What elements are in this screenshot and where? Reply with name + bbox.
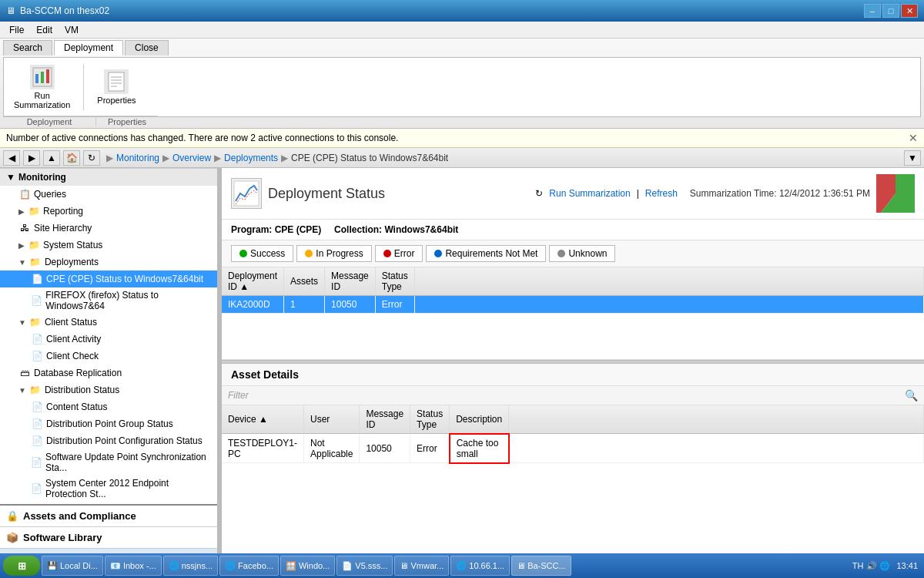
v5-icon: 📄 <box>342 561 353 571</box>
taskbar-right: TH 🔊 🌐 13:41 <box>852 561 921 571</box>
success-dot <box>239 250 247 257</box>
taskbar-ba-sccm[interactable]: 🖥 Ba-SCC... <box>511 556 571 576</box>
sidebar-item-reporting[interactable]: ▶ 📁 Reporting <box>0 203 217 220</box>
actions-separator: | <box>637 188 639 199</box>
sidebar-item-dp-config[interactable]: 📄 Distribution Point Configuration Statu… <box>0 432 217 449</box>
menu-file[interactable]: File <box>3 23 30 37</box>
run-summarization-button[interactable]: Run Summarization <box>7 61 77 113</box>
asset-table: Device ▲ User Message ID Status Type Des… <box>222 405 924 464</box>
sidebar-monitoring-header[interactable]: ▼ Monitoring <box>0 168 217 186</box>
breadcrumb-monitoring[interactable]: Monitoring <box>116 153 159 163</box>
col-assets[interactable]: Assets <box>284 267 325 296</box>
status-tab-in-progress[interactable]: In Progress <box>296 245 371 262</box>
refresh-link[interactable]: Refresh <box>645 188 678 199</box>
taskbar-v5[interactable]: 📄 V5.sss... <box>336 556 393 576</box>
firefox-label: FIREFOX (firefox) Status to Windows7&64 <box>45 290 211 311</box>
close-button[interactable]: ✕ <box>901 4 918 18</box>
maximize-button[interactable]: □ <box>882 4 899 18</box>
col-device[interactable]: Device ▲ <box>222 405 304 434</box>
minimize-button[interactable]: – <box>864 4 881 18</box>
nav-options-button[interactable]: ▼ <box>904 150 921 166</box>
sidebar-item-deployments[interactable]: ▼ 📁 Deployments <box>0 254 217 271</box>
menu-vm[interactable]: VM <box>59 23 85 37</box>
sidebar-item-site-hierarchy[interactable]: 🖧 Site Hierarchy <box>0 220 217 237</box>
title-bar-left: 🖥 Ba-SCCM on thesx02 <box>6 5 109 16</box>
forward-button[interactable]: ▶ <box>23 150 40 166</box>
dp-config-label: Distribution Point Configuration Status <box>46 435 203 446</box>
breadcrumb-deployments[interactable]: Deployments <box>224 153 278 163</box>
run-summarization-icon <box>30 65 55 89</box>
sidebar-item-firefox-status[interactable]: 📄 FIREFOX (firefox) Status to Windows7&6… <box>0 287 217 314</box>
sidebar-item-client-status[interactable]: ▼ 📁 Client Status <box>0 314 217 331</box>
taskbar-facebook[interactable]: 🌐 Facebo... <box>219 556 279 576</box>
col-deployment-id[interactable]: Deployment ID ▲ <box>222 267 284 296</box>
deployment-table-container: Deployment ID ▲ Assets Message ID Status… <box>222 267 924 360</box>
sidebar-item-software-update-sync[interactable]: 📄 Software Update Point Synchronization … <box>0 449 217 476</box>
dist-status-expand: ▼ <box>18 386 26 395</box>
deployment-section-label: Deployment <box>3 116 95 126</box>
nav-bar: ◀ ▶ ▲ 🏠 ↻ ▶ Monitoring ▶ Overview ▶ Depl… <box>0 148 924 168</box>
ba-sccm-label: Ba-SCC... <box>527 561 566 570</box>
status-tab-unknown[interactable]: Unknown <box>549 245 615 262</box>
status-tab-error[interactable]: Error <box>375 245 424 262</box>
sidebar-item-client-activity[interactable]: 📄 Client Activity <box>0 331 217 348</box>
col-description[interactable]: Description <box>450 405 509 434</box>
sidebar-item-content-status[interactable]: 📄 Content Status <box>0 398 217 415</box>
nav-assets-compliance[interactable]: 🔒 Assets and Compliance <box>0 506 217 527</box>
run-summarization-link[interactable]: Run Summarization <box>549 188 630 199</box>
up-button[interactable]: ▲ <box>43 150 60 166</box>
vmware-icon: 🖥 <box>400 561 408 570</box>
search-button[interactable]: 🔍 <box>905 389 918 402</box>
menu-edit[interactable]: Edit <box>30 23 59 37</box>
search-icon[interactable]: 🔍 <box>905 389 918 402</box>
filter-label: Filter <box>228 390 249 401</box>
refresh-nav-button[interactable]: ↻ <box>83 150 100 166</box>
sidebar-item-queries[interactable]: 📋 Queries <box>0 186 217 203</box>
collection-label: Collection: <box>334 224 382 235</box>
sidebar-item-client-check[interactable]: 📄 Client Check <box>0 348 217 365</box>
col-status-type[interactable]: Status Type <box>375 267 414 296</box>
back-button[interactable]: ◀ <box>3 150 20 166</box>
breadcrumb-overview[interactable]: Overview <box>172 153 211 163</box>
table-row[interactable]: IKA2000D 1 10050 Error <box>222 296 924 314</box>
local-disk-label: Local Di... <box>60 561 98 570</box>
sidebar-item-endpoint-protection[interactable]: 📄 System Center 2012 Endpoint Protection… <box>0 476 217 502</box>
program-label: Program: <box>231 224 272 235</box>
tab-search[interactable]: Search <box>3 40 52 55</box>
sidebar-item-dp-group-status[interactable]: 📄 Distribution Point Group Status <box>0 415 217 432</box>
sidebar-item-system-status[interactable]: ▶ 📁 System Status <box>0 237 217 254</box>
home-button[interactable]: 🏠 <box>63 150 80 166</box>
sidebar-item-distribution-status[interactable]: ▼ 📁 Distribution Status <box>0 381 217 398</box>
windows-label: Windo... <box>299 561 330 570</box>
status-tab-success[interactable]: Success <box>231 245 293 262</box>
firefox-icon: 📄 <box>31 294 42 307</box>
tab-deployment[interactable]: Deployment <box>54 40 123 55</box>
taskbar-vmware[interactable]: 🖥 Vmwar... <box>394 556 449 576</box>
col-asset-status-type[interactable]: Status Type <box>410 405 450 434</box>
status-tab-req-not-met[interactable]: Requirements Not Met <box>426 245 546 262</box>
asset-table-row[interactable]: TESTDEPLOY1-PC Not Applicable 10050 Erro… <box>222 434 924 463</box>
software-update-icon: 📄 <box>31 456 42 469</box>
col-asset-message-id[interactable]: Message ID <box>360 405 410 434</box>
notification-close-button[interactable]: ✕ <box>909 132 918 144</box>
taskbar-ip1[interactable]: 🌐 10.66.1... <box>450 556 510 576</box>
col-asset-empty <box>509 405 924 434</box>
col-message-id[interactable]: Message ID <box>325 267 376 296</box>
cell-empty <box>414 296 923 314</box>
taskbar-nssjns[interactable]: 🌐 nssjns... <box>163 556 218 576</box>
properties-button[interactable]: Properties <box>90 66 142 109</box>
sidebar-item-cpe-status[interactable]: 📄 CPE (CPE) Status to Windows7&64bit <box>0 271 217 287</box>
col-user[interactable]: User <box>304 405 360 434</box>
software-icon: 📦 <box>6 532 18 543</box>
taskbar-windows[interactable]: 🪟 Windo... <box>280 556 335 576</box>
nav-software-library[interactable]: 📦 Software Library <box>0 527 217 549</box>
taskbar-inbox[interactable]: 📧 Inbox -... <box>105 556 162 576</box>
start-button[interactable]: ⊞ <box>3 556 40 576</box>
properties-section-label: Properties <box>96 116 158 126</box>
sidebar-item-database-replication[interactable]: 🗃 Database Replication <box>0 365 217 381</box>
tab-close[interactable]: Close <box>125 40 169 55</box>
svg-rect-3 <box>46 69 49 83</box>
svg-point-11 <box>880 178 911 209</box>
taskbar-local-disk[interactable]: 💾 Local Di... <box>42 556 103 576</box>
title-bar-text: Ba-SCCM on thesx02 <box>20 5 109 16</box>
